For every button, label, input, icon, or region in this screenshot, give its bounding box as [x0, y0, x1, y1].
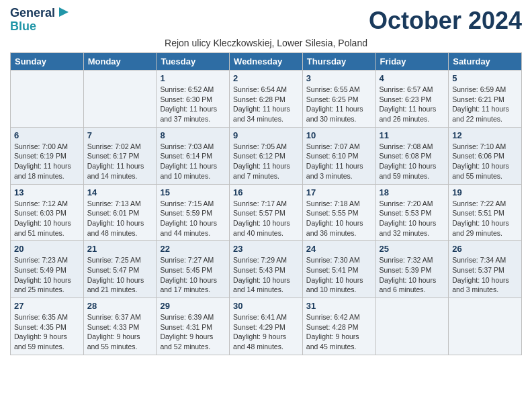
day-number: 6	[14, 130, 80, 140]
day-number: 2	[233, 73, 299, 83]
day-number: 3	[306, 73, 372, 83]
calendar-week-row: 13Sunrise: 7:12 AM Sunset: 6:03 PM Dayli…	[11, 184, 522, 241]
calendar-cell: 11Sunrise: 7:08 AM Sunset: 6:08 PM Dayli…	[375, 127, 449, 184]
day-info: Sunrise: 6:39 AM Sunset: 4:31 PM Dayligh…	[160, 312, 226, 352]
day-number: 20	[14, 244, 80, 254]
weekday-header-row: SundayMondayTuesdayWednesdayThursdayFrid…	[11, 53, 522, 71]
logo-text-general: General	[10, 7, 55, 20]
calendar-cell: 21Sunrise: 7:25 AM Sunset: 5:47 PM Dayli…	[83, 241, 157, 298]
day-number: 14	[87, 187, 153, 197]
logo: General Blue	[10, 7, 71, 34]
day-info: Sunrise: 7:03 AM Sunset: 6:14 PM Dayligh…	[160, 142, 226, 181]
calendar-cell: 13Sunrise: 7:12 AM Sunset: 6:03 PM Dayli…	[11, 184, 84, 241]
day-number: 5	[452, 73, 518, 83]
day-number: 23	[233, 244, 299, 254]
calendar-cell: 17Sunrise: 7:18 AM Sunset: 5:55 PM Dayli…	[302, 184, 375, 241]
calendar-cell: 20Sunrise: 7:23 AM Sunset: 5:49 PM Dayli…	[11, 241, 84, 298]
day-number: 17	[306, 187, 372, 197]
calendar-cell: 10Sunrise: 7:07 AM Sunset: 6:10 PM Dayli…	[302, 127, 375, 184]
day-info: Sunrise: 7:18 AM Sunset: 5:55 PM Dayligh…	[306, 199, 372, 238]
calendar-cell: 5Sunrise: 6:59 AM Sunset: 6:21 PM Daylig…	[449, 71, 522, 128]
calendar-cell: 1Sunrise: 6:52 AM Sunset: 6:30 PM Daylig…	[157, 71, 230, 128]
day-number: 19	[452, 187, 518, 197]
day-info: Sunrise: 7:08 AM Sunset: 6:08 PM Dayligh…	[380, 142, 445, 181]
calendar-week-row: 1Sunrise: 6:52 AM Sunset: 6:30 PM Daylig…	[11, 71, 522, 128]
calendar-cell: 27Sunrise: 6:35 AM Sunset: 4:35 PM Dayli…	[11, 298, 84, 355]
day-info: Sunrise: 6:35 AM Sunset: 4:35 PM Dayligh…	[14, 312, 80, 352]
day-number: 27	[14, 301, 80, 311]
day-number: 15	[160, 187, 226, 197]
day-info: Sunrise: 7:20 AM Sunset: 5:53 PM Dayligh…	[380, 199, 445, 238]
weekday-header-thursday: Thursday	[302, 53, 375, 71]
calendar-cell: 3Sunrise: 6:55 AM Sunset: 6:25 PM Daylig…	[302, 71, 375, 128]
logo-arrow-icon	[56, 5, 71, 19]
calendar-cell: 14Sunrise: 7:13 AM Sunset: 6:01 PM Dayli…	[83, 184, 157, 241]
day-number: 13	[14, 187, 80, 197]
svg-marker-0	[59, 7, 69, 17]
calendar-cell: 2Sunrise: 6:54 AM Sunset: 6:28 PM Daylig…	[230, 71, 303, 128]
day-info: Sunrise: 6:41 AM Sunset: 4:29 PM Dayligh…	[233, 312, 299, 352]
day-info: Sunrise: 7:15 AM Sunset: 5:59 PM Dayligh…	[160, 199, 226, 238]
day-number: 22	[160, 244, 226, 254]
calendar-cell: 4Sunrise: 6:57 AM Sunset: 6:23 PM Daylig…	[375, 71, 449, 128]
calendar-cell: 24Sunrise: 7:30 AM Sunset: 5:41 PM Dayli…	[302, 241, 375, 298]
calendar-table: SundayMondayTuesdayWednesdayThursdayFrid…	[10, 52, 522, 355]
day-number: 24	[306, 244, 372, 254]
calendar-cell: 16Sunrise: 7:17 AM Sunset: 5:57 PM Dayli…	[230, 184, 303, 241]
subtitle: Rejon ulicy Kleczkowskiej, Lower Silesia…	[10, 38, 522, 48]
calendar-cell: 12Sunrise: 7:10 AM Sunset: 6:06 PM Dayli…	[449, 127, 522, 184]
day-number: 9	[233, 130, 299, 140]
day-info: Sunrise: 7:12 AM Sunset: 6:03 PM Dayligh…	[14, 199, 80, 238]
day-info: Sunrise: 7:29 AM Sunset: 5:43 PM Dayligh…	[233, 255, 299, 295]
weekday-header-sunday: Sunday	[11, 53, 84, 71]
day-info: Sunrise: 7:05 AM Sunset: 6:12 PM Dayligh…	[233, 142, 299, 181]
weekday-header-friday: Friday	[375, 53, 449, 71]
calendar-cell: 31Sunrise: 6:42 AM Sunset: 4:28 PM Dayli…	[302, 298, 375, 355]
weekday-header-wednesday: Wednesday	[230, 53, 303, 71]
day-number: 1	[160, 73, 226, 83]
day-number: 25	[380, 244, 445, 254]
calendar-cell	[375, 298, 449, 355]
calendar-cell: 19Sunrise: 7:22 AM Sunset: 5:51 PM Dayli…	[449, 184, 522, 241]
day-info: Sunrise: 6:55 AM Sunset: 6:25 PM Dayligh…	[306, 85, 372, 124]
day-info: Sunrise: 6:54 AM Sunset: 6:28 PM Dayligh…	[233, 85, 299, 124]
day-info: Sunrise: 6:52 AM Sunset: 6:30 PM Dayligh…	[160, 85, 226, 124]
day-number: 7	[87, 130, 153, 140]
calendar-cell: 23Sunrise: 7:29 AM Sunset: 5:43 PM Dayli…	[230, 241, 303, 298]
day-number: 29	[160, 301, 226, 311]
day-info: Sunrise: 7:13 AM Sunset: 6:01 PM Dayligh…	[87, 199, 153, 238]
page-container: General Blue October 2024 Rejon ulicy Kl…	[0, 0, 532, 362]
day-info: Sunrise: 7:17 AM Sunset: 5:57 PM Dayligh…	[233, 199, 299, 238]
calendar-cell: 30Sunrise: 6:41 AM Sunset: 4:29 PM Dayli…	[230, 298, 303, 355]
calendar-week-row: 20Sunrise: 7:23 AM Sunset: 5:49 PM Dayli…	[11, 241, 522, 298]
calendar-cell	[449, 298, 522, 355]
logo-text-blue: Blue	[10, 20, 71, 34]
day-info: Sunrise: 6:42 AM Sunset: 4:28 PM Dayligh…	[306, 312, 372, 352]
day-info: Sunrise: 6:57 AM Sunset: 6:23 PM Dayligh…	[380, 85, 445, 124]
day-info: Sunrise: 6:37 AM Sunset: 4:33 PM Dayligh…	[87, 312, 153, 352]
day-info: Sunrise: 7:00 AM Sunset: 6:19 PM Dayligh…	[14, 142, 80, 181]
calendar-cell: 29Sunrise: 6:39 AM Sunset: 4:31 PM Dayli…	[157, 298, 230, 355]
calendar-week-row: 27Sunrise: 6:35 AM Sunset: 4:35 PM Dayli…	[11, 298, 522, 355]
page-header: General Blue October 2024	[10, 7, 522, 35]
day-info: Sunrise: 7:02 AM Sunset: 6:17 PM Dayligh…	[87, 142, 153, 181]
calendar-cell: 18Sunrise: 7:20 AM Sunset: 5:53 PM Dayli…	[375, 184, 449, 241]
day-info: Sunrise: 7:25 AM Sunset: 5:47 PM Dayligh…	[87, 255, 153, 295]
calendar-cell: 15Sunrise: 7:15 AM Sunset: 5:59 PM Dayli…	[157, 184, 230, 241]
day-number: 10	[306, 130, 372, 140]
day-number: 26	[452, 244, 518, 254]
day-number: 8	[160, 130, 226, 140]
weekday-header-saturday: Saturday	[449, 53, 522, 71]
weekday-header-tuesday: Tuesday	[157, 53, 230, 71]
month-title: October 2024	[369, 7, 522, 35]
day-info: Sunrise: 7:27 AM Sunset: 5:45 PM Dayligh…	[160, 255, 226, 295]
calendar-cell: 6Sunrise: 7:00 AM Sunset: 6:19 PM Daylig…	[11, 127, 84, 184]
calendar-cell: 22Sunrise: 7:27 AM Sunset: 5:45 PM Dayli…	[157, 241, 230, 298]
day-number: 16	[233, 187, 299, 197]
calendar-cell: 28Sunrise: 6:37 AM Sunset: 4:33 PM Dayli…	[83, 298, 157, 355]
weekday-header-monday: Monday	[83, 53, 157, 71]
day-number: 12	[452, 130, 518, 140]
calendar-cell	[83, 71, 157, 128]
day-info: Sunrise: 7:22 AM Sunset: 5:51 PM Dayligh…	[452, 199, 518, 238]
calendar-cell	[11, 71, 84, 128]
